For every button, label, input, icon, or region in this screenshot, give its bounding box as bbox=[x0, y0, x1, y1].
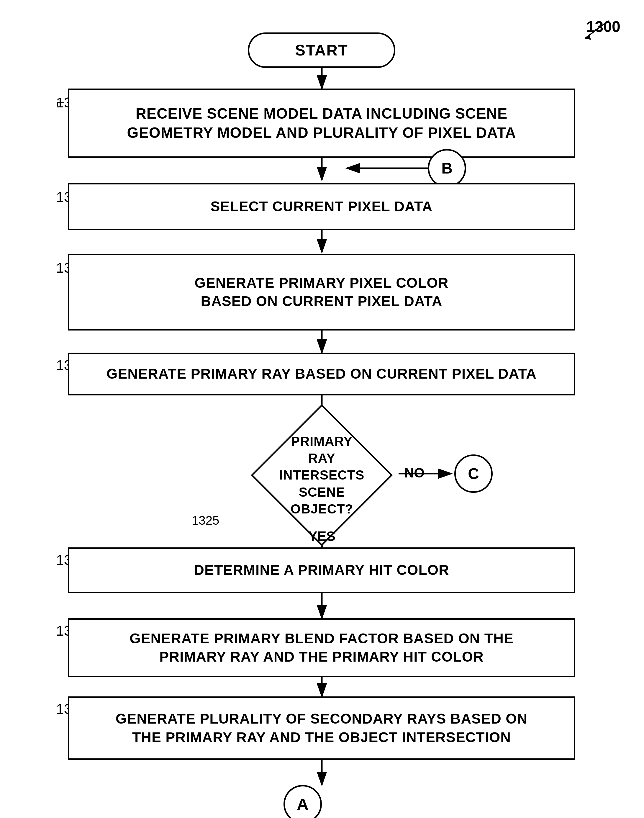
step-1340: GENERATE PLURALITY OF SECONDARY RAYS BAS… bbox=[68, 697, 575, 760]
connector-c-label: C bbox=[468, 465, 479, 482]
step-1330: DETERMINE A PRIMARY HIT COLOR bbox=[68, 547, 575, 593]
step-1305: RECEIVE SCENE MODEL DATA INCLUDING SCENE… bbox=[68, 89, 575, 158]
connector-b: B bbox=[428, 149, 466, 187]
step-1320: GENERATE PRIMARY RAY BASED ON CURRENT PI… bbox=[68, 353, 575, 396]
step-1330-label: DETERMINE A PRIMARY HIT COLOR bbox=[194, 561, 449, 579]
step-1315: GENERATE PRIMARY PIXEL COLORBASED ON CUR… bbox=[68, 254, 575, 330]
step-1320-label: GENERATE PRIMARY RAY BASED ON CURRENT PI… bbox=[106, 365, 537, 383]
step-1335: GENERATE PRIMARY BLEND FACTOR BASED ON T… bbox=[68, 618, 575, 677]
step-1305-label: RECEIVE SCENE MODEL DATA INCLUDING SCENE… bbox=[127, 104, 516, 143]
start-shape: START bbox=[248, 32, 395, 68]
bracket-1305: ⌐ bbox=[56, 94, 64, 110]
diamond-text: PRIMARY RAYINTERSECTS SCENEOBJECT? bbox=[278, 433, 366, 517]
ref-arrow bbox=[561, 15, 626, 50]
yes-label: YES bbox=[308, 528, 336, 544]
diamond-1325: PRIMARY RAYINTERSECTS SCENEOBJECT? bbox=[174, 425, 469, 525]
step-1340-label: GENERATE PLURALITY OF SECONDARY RAYS BAS… bbox=[116, 710, 527, 747]
step-1335-label: GENERATE PRIMARY BLEND FACTOR BASED ON T… bbox=[129, 629, 514, 666]
step-1310-label: SELECT CURRENT PIXEL DATA bbox=[210, 197, 432, 216]
step-1310: SELECT CURRENT PIXEL DATA bbox=[68, 183, 575, 230]
connector-c: C bbox=[454, 454, 493, 493]
step-1315-label: GENERATE PRIMARY PIXEL COLORBASED ON CUR… bbox=[195, 274, 449, 311]
label-1325: 1325 bbox=[192, 513, 219, 528]
no-label: NO bbox=[404, 465, 425, 481]
flowchart-diagram: 1300 bbox=[0, 0, 644, 818]
connector-a: A bbox=[284, 785, 322, 818]
connector-b-label: B bbox=[441, 160, 452, 177]
connector-a-label: A bbox=[297, 795, 308, 814]
start-label: START bbox=[295, 41, 348, 59]
